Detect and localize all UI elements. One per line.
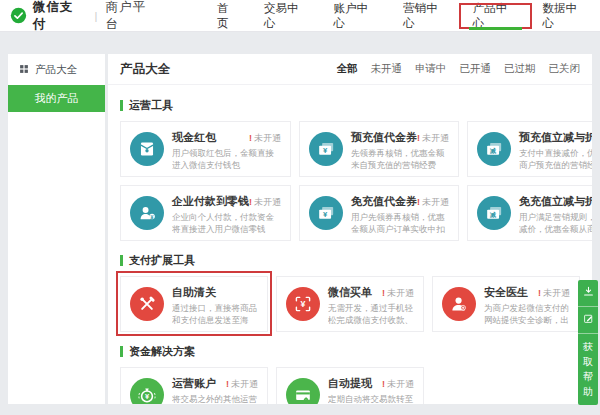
nav-item-5-annotated[interactable]: 产品中心 <box>461 0 531 31</box>
product-title: 免充值代金券 <box>351 194 417 209</box>
discount-icon: 减 <box>477 132 511 166</box>
product-title: 自动提现 <box>328 376 372 391</box>
card-content: 自动提现 !未开通 定期自动将交易款转至银行账户中 <box>328 376 414 404</box>
status-filters: 全部未开通申请中已开通已过期已关闭 <box>337 62 581 76</box>
get-help-button[interactable]: 获取帮助 <box>582 334 594 405</box>
card-content: 微信买单 !未开通 无需开发，通过手机轻松完成微信支付收款、对账等操作 <box>328 285 414 323</box>
card-content: 免充值立减与折扣 !未开通 用户满足营销规则，支付中直接减价，优惠金额从商户订单… <box>519 194 592 232</box>
product-card[interactable]: 安全医生 !未开通 为商户发起微信支付的网站提供安全诊断，出具修复建议 <box>432 276 580 332</box>
card-grid: 现金红包 !未开通 用户领取红包后，金额直接进入微信支付钱包 ¥ 预充值代金券 … <box>120 121 580 241</box>
nav-item-6[interactable]: 数据中心 <box>530 0 600 31</box>
product-description: 无需开发，通过手机轻松完成微信支付收款、对账等操作 <box>328 303 414 327</box>
filter-item[interactable]: 申请中 <box>415 62 447 76</box>
card-content: 免充值代金券 !未开通 用户先领券再核销，优惠金额从商户订单实收中扣减 <box>351 194 449 232</box>
product-description: 先领券再核销，优惠金额来自预充值的营销经费 <box>351 148 449 172</box>
card-grid: 自助清关 通过接口，直接将商品和支付信息发送至海关，提高报关效率 ¥ 微信买单 … <box>120 276 580 332</box>
sidebar-item-my-products[interactable]: 我的产品 <box>8 85 105 112</box>
page-body: 产品大全 我的产品 产品大全 全部未开通申请中已开通已过期已关闭 运营工具 现金… <box>0 32 600 404</box>
download-icon <box>582 284 595 302</box>
product-title: 免充值立减与折扣 <box>519 194 592 209</box>
product-card[interactable]: ¥ 企业付款到零钱 !未开通 企业向个人付款，付款资金将直接进入用户微信零钱 <box>120 185 291 241</box>
section-accent-bar <box>120 100 123 111</box>
card-content: 企业付款到零钱 !未开通 企业向个人付款，付款资金将直接进入用户微信零钱 <box>172 194 281 232</box>
card-content: 现金红包 !未开通 用户领取红包后，金额直接进入微信支付钱包 <box>172 130 281 168</box>
edit-help-button[interactable] <box>578 307 598 334</box>
product-card[interactable]: 自动提现 !未开通 定期自动将交易款转至银行账户中 <box>276 367 424 404</box>
filter-item[interactable]: 未开通 <box>371 62 403 76</box>
grid-icon <box>18 63 30 77</box>
edit-icon <box>582 311 595 329</box>
wechat-pay-logo[interactable]: 微信支付 | 商户平台 <box>10 0 159 33</box>
product-card[interactable]: 减 预充值立减与折扣 !未开通 支付中直接减价，优惠金额来自商户预充值的营销经费 <box>467 121 592 177</box>
product-sections: 运营工具 现金红包 !未开通 用户领取红包后，金额直接进入微信支付钱包 ¥ 预充… <box>108 85 592 404</box>
product-title: 企业付款到零钱 <box>172 194 249 209</box>
card-content: 安全医生 !未开通 为商户发起微信支付的网站提供安全诊断，出具修复建议 <box>484 285 570 323</box>
status-text: 未开通 <box>387 379 414 389</box>
download-help-button[interactable] <box>578 280 598 307</box>
product-card[interactable]: ¥ 预充值代金券 !未开通 先领券再核销，优惠金额来自预充值的营销经费 <box>299 121 459 177</box>
section-label: 支付扩展工具 <box>129 253 195 268</box>
exclamation-mark: ! <box>226 379 229 389</box>
card-content: 运营账户 !未开通 将交易之外的其他运营资金单独管理 <box>172 376 258 404</box>
wechat-bill-icon: ¥ <box>286 287 320 321</box>
product-description: 为商户发起微信支付的网站提供安全诊断，出具修复建议 <box>484 303 570 327</box>
exclamation-mark: ! <box>538 288 541 298</box>
product-card[interactable]: 减 免充值立减与折扣 !未开通 用户满足营销规则，支付中直接减价，优惠金额从商户… <box>467 185 592 241</box>
product-card-wrap: ¥ 微信买单 !未开通 无需开发，通过手机轻松完成微信支付收款、对账等操作 <box>276 276 424 332</box>
status-badge: !未开通 <box>382 378 414 391</box>
status-badge: !未开通 <box>417 196 449 209</box>
filter-item[interactable]: 已开通 <box>460 62 492 76</box>
product-description: 将交易之外的其他运营资金单独管理 <box>172 394 258 404</box>
product-card[interactable]: ¥ 免充值代金券 !未开通 用户先领券再核销，优惠金额从商户订单实收中扣减 <box>299 185 459 241</box>
svg-text:¥: ¥ <box>301 299 306 309</box>
wechat-check-logo-icon <box>10 7 27 24</box>
product-section: 运营工具 现金红包 !未开通 用户领取红包后，金额直接进入微信支付钱包 ¥ 预充… <box>120 98 580 241</box>
nav-item-3[interactable]: 账户中心 <box>322 0 392 31</box>
status-text: 未开通 <box>543 288 570 298</box>
security-doctor-icon <box>442 287 476 321</box>
product-card[interactable]: ¥ 运营账户 !未开通 将交易之外的其他运营资金单独管理 <box>120 367 268 404</box>
product-title: 现金红包 <box>172 130 216 145</box>
transfer-person-icon: ¥ <box>130 196 164 230</box>
product-card[interactable]: 自助清关 通过接口，直接将商品和支付信息发送至海关，提高报关效率 <box>120 276 268 332</box>
section-label: 运营工具 <box>129 98 173 113</box>
svg-text:¥: ¥ <box>323 210 328 219</box>
logo-divider: | <box>95 10 98 22</box>
nav-item-2[interactable]: 交易中心 <box>252 0 322 31</box>
sidebar-group-products[interactable]: 产品大全 <box>8 54 105 85</box>
filter-item[interactable]: 已关闭 <box>549 62 581 76</box>
product-card[interactable]: ¥ 微信买单 !未开通 无需开发，通过手机轻松完成微信支付收款、对账等操作 <box>276 276 424 332</box>
status-badge: !未开通 <box>417 132 449 145</box>
nav-menu: 首页交易中心账户中心营销中心产品中心数据中心 <box>205 0 600 31</box>
product-card-wrap: ¥ 运营账户 !未开通 将交易之外的其他运营资金单独管理 <box>120 367 268 404</box>
nav-item-4[interactable]: 营销中心 <box>391 0 461 31</box>
svg-text:减: 减 <box>489 147 496 155</box>
section-label: 资金解决方案 <box>129 344 195 359</box>
product-card-wrap: ¥ 预充值代金券 !未开通 先领券再核销，优惠金额来自预充值的营销经费 <box>299 121 459 177</box>
product-description: 通过接口，直接将商品和支付信息发送至海关，提高报关效率 <box>172 303 258 327</box>
sidebar: 产品大全 我的产品 <box>8 54 105 404</box>
coupon-icon: ¥ <box>309 132 343 166</box>
status-text: 未开通 <box>231 379 258 389</box>
filter-item[interactable]: 全部 <box>337 62 358 76</box>
auto-withdraw-icon <box>286 378 320 404</box>
status-text: 未开通 <box>254 133 281 143</box>
nav-item-1[interactable]: 首页 <box>205 0 252 31</box>
section-title: 运营工具 <box>120 98 580 113</box>
brand-name: 微信支付 <box>33 0 87 33</box>
exclamation-mark: ! <box>249 133 252 143</box>
svg-text:减: 减 <box>489 211 496 219</box>
product-card[interactable]: 现金红包 !未开通 用户领取红包后，金额直接进入微信支付钱包 <box>120 121 291 177</box>
status-badge: !未开通 <box>538 287 570 300</box>
section-accent-bar <box>120 346 123 357</box>
platform-name: 商户平台 <box>105 0 159 33</box>
status-badge: !未开通 <box>382 287 414 300</box>
product-description: 用户领取红包后，金额直接进入微信支付钱包 <box>172 148 281 172</box>
red-packet-icon <box>130 132 164 166</box>
exclamation-mark: ! <box>382 288 385 298</box>
top-navbar: 微信支付 | 商户平台 首页交易中心账户中心营销中心产品中心数据中心 <box>0 0 600 32</box>
filter-item[interactable]: 已过期 <box>504 62 536 76</box>
product-title: 预充值立减与折扣 <box>519 130 592 145</box>
sidebar-group-label: 产品大全 <box>35 63 77 77</box>
status-text: 未开通 <box>254 197 281 207</box>
